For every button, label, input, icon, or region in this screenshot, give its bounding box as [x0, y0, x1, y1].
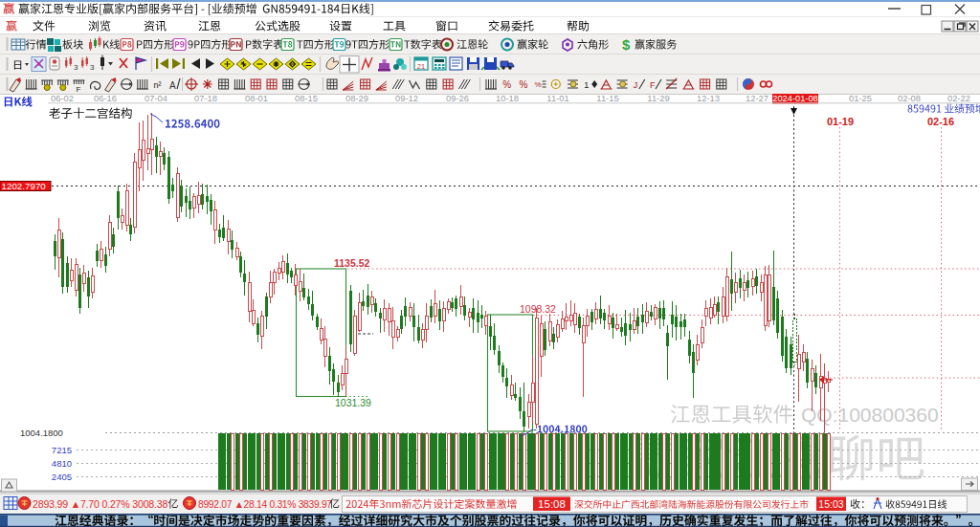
svg-text:$: $ [622, 36, 631, 53]
svg-text:09-12: 09-12 [395, 93, 418, 103]
svg-text:J: J [634, 80, 638, 90]
svg-text:15:08: 15:08 [538, 498, 566, 510]
svg-text:12-13: 12-13 [697, 93, 720, 103]
svg-text:02-08: 02-08 [898, 93, 921, 103]
svg-text:21: 21 [417, 62, 425, 71]
svg-text:2405: 2405 [52, 472, 72, 482]
svg-text:3: 3 [74, 63, 78, 72]
svg-text:15:03: 15:03 [818, 498, 843, 510]
svg-text:06-16: 06-16 [94, 93, 117, 103]
svg-text:2893.99 ▲7.70 0.27% 3008.38: 2893.99 ▲7.70 0.27% 3008.38 [33, 498, 167, 510]
svg-text:08-01: 08-01 [245, 93, 268, 103]
svg-text:12-27: 12-27 [746, 93, 768, 103]
svg-text:2024-01-08: 2024-01-08 [772, 94, 818, 103]
svg-text:11-29: 11-29 [647, 93, 669, 103]
svg-text:F: F [76, 85, 80, 94]
svg-text:07-18: 07-18 [194, 93, 217, 103]
svg-text:08-29: 08-29 [345, 93, 368, 103]
svg-text:8992.07 ▲28.14 0.31% 3839.97: 8992.07 ▲28.14 0.31% 3839.97 [198, 499, 332, 510]
svg-text:%: % [519, 79, 527, 90]
svg-text:1202.7970: 1202.7970 [2, 181, 47, 191]
svg-text:01-25: 01-25 [849, 93, 872, 103]
svg-text:10-18: 10-18 [496, 93, 519, 103]
svg-text:1004.1800: 1004.1800 [20, 428, 63, 438]
svg-text:02-22: 02-22 [947, 93, 970, 103]
svg-text:%: % [502, 79, 511, 90]
svg-text:02-16: 02-16 [927, 116, 954, 127]
svg-text:11-15: 11-15 [596, 93, 618, 103]
svg-text:11-01: 11-01 [546, 93, 568, 103]
svg-text:7215: 7215 [52, 445, 72, 455]
svg-text:09-26: 09-26 [446, 93, 469, 103]
svg-text:1135.52: 1135.52 [334, 257, 370, 269]
svg-text:08-15: 08-15 [295, 93, 318, 103]
svg-text:3: 3 [90, 63, 95, 72]
svg-text:F: F [650, 80, 656, 90]
svg-text:QQ:100800360: QQ:100800360 [801, 404, 939, 426]
svg-text:07-04: 07-04 [145, 93, 167, 103]
svg-text:1031.39: 1031.39 [335, 397, 371, 408]
svg-text:%: % [535, 80, 542, 89]
svg-text:1: 1 [584, 80, 589, 90]
svg-text:01-19: 01-19 [827, 116, 854, 127]
svg-text:4810: 4810 [52, 458, 72, 469]
svg-text:n²: n² [153, 80, 161, 90]
svg-text:06-02: 06-02 [51, 93, 74, 103]
svg-text:1098.32: 1098.32 [520, 303, 556, 315]
svg-text:A: A [169, 80, 176, 91]
